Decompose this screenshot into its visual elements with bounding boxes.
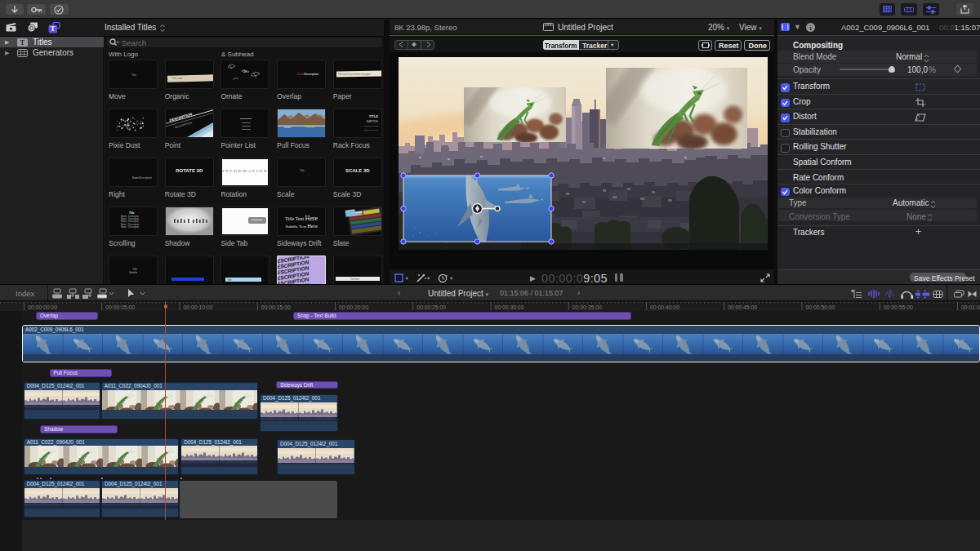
svg-text:T: T [51, 24, 56, 33]
svg-text:Title: Title [243, 69, 249, 73]
svg-text:DESCRIPTION: DESCRIPTION [175, 121, 193, 129]
svg-text:Title: Title [124, 124, 130, 127]
